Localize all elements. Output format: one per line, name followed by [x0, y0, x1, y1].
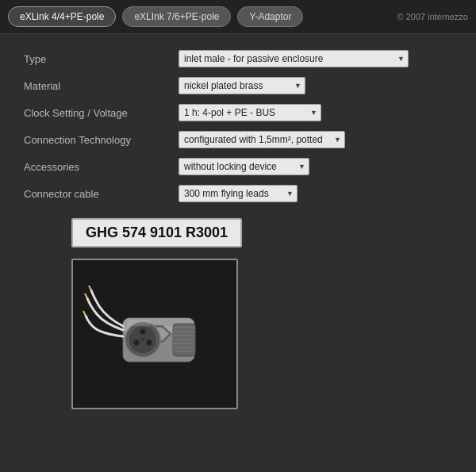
connection-row: Connection Technology configurated with … [24, 131, 452, 148]
accessories-row: Accessories without locking device with … [24, 158, 452, 175]
svg-point-18 [134, 340, 140, 346]
connection-select-wrapper: configurated with 1,5mm², potted screw t… [178, 131, 345, 148]
svg-point-20 [141, 338, 145, 342]
accessories-select-wrapper: without locking device with locking devi… [178, 158, 309, 175]
material-select-wrapper: nickel plated brass stainless steel plas… [178, 77, 305, 94]
product-code: GHG 574 9101 R3001 [71, 218, 242, 248]
material-row: Material nickel plated brass stainless s… [24, 77, 452, 94]
connection-label: Connection Technology [24, 134, 178, 146]
material-label: Material [24, 80, 178, 92]
type-select-wrapper: inlet male - for passive enclosure outle… [178, 50, 409, 67]
accessories-label: Accessories [24, 161, 178, 173]
clock-select[interactable]: 1 h: 4-pol + PE - BUS 12 h: 4-pol + PE -… [178, 104, 321, 121]
svg-rect-24 [127, 320, 151, 326]
cable-row: Connector cable 300 mm flying leads 500 … [24, 185, 452, 202]
clock-label: Clock Setting / Voltage [24, 107, 178, 119]
cable-select[interactable]: 300 mm flying leads 500 mm flying leads … [178, 185, 298, 202]
product-section: GHG 574 9101 R3001 [24, 218, 452, 409]
material-select[interactable]: nickel plated brass stainless steel plas… [178, 77, 305, 94]
cable-select-wrapper: 300 mm flying leads 500 mm flying leads … [178, 185, 298, 202]
cable-label: Connector cable [24, 188, 178, 200]
type-label: Type [24, 53, 178, 65]
accessories-select[interactable]: without locking device with locking devi… [178, 158, 309, 175]
type-select[interactable]: inlet male - for passive enclosure outle… [178, 50, 409, 67]
copyright-text: © 2007 internezzo [397, 12, 468, 21]
navigation-header: eXLink 4/4+PE-pole eXLInk 7/6+PE-pole Y-… [0, 0, 476, 34]
connector-svg [79, 267, 230, 401]
connection-select[interactable]: configurated with 1,5mm², potted screw t… [178, 131, 345, 148]
svg-point-17 [140, 329, 146, 335]
tab-y-adaptor[interactable]: Y-Adaptor [237, 6, 303, 27]
main-content: Type inlet male - for passive enclosure … [0, 34, 476, 425]
clock-row: Clock Setting / Voltage 1 h: 4-pol + PE … [24, 104, 452, 121]
svg-point-19 [147, 340, 152, 346]
tab-exlink-7[interactable]: eXLInk 7/6+PE-pole [122, 6, 231, 27]
tab-exlink-4[interactable]: eXLink 4/4+PE-pole [8, 6, 116, 27]
product-image [71, 259, 238, 409]
type-row: Type inlet male - for passive enclosure … [24, 50, 452, 67]
clock-select-wrapper: 1 h: 4-pol + PE - BUS 12 h: 4-pol + PE -… [178, 104, 321, 121]
